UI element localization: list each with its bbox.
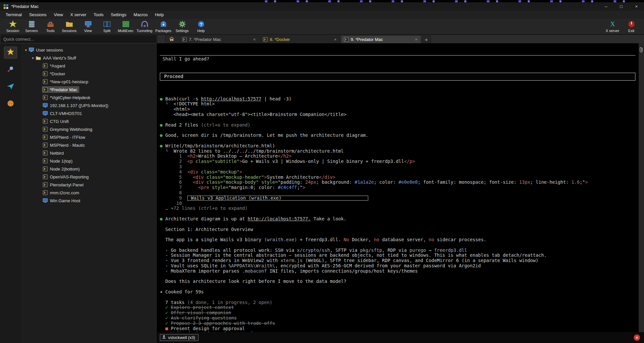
tree-item[interactable]: Node 2(bottom) [21, 165, 157, 173]
tree-item-label: *Predator Mac [50, 87, 77, 92]
terminal-line: 3 [160, 164, 635, 170]
quick-connect-input[interactable] [0, 35, 157, 43]
tab-7-predator-mac[interactable]: 7. *Predator Mac × [179, 35, 259, 43]
toolbar-split-button[interactable]: Split [97, 19, 116, 33]
tree-item[interactable]: Pterodactyl Panel [21, 181, 157, 189]
toolbar-label: Servers [25, 29, 38, 33]
tab-close-icon[interactable]: × [414, 37, 418, 42]
tree-item[interactable]: rmm.t2cnc.com [21, 189, 157, 197]
url-link[interactable]: http://localhost:57577 [201, 96, 262, 101]
minimize-button[interactable]: – [598, 2, 614, 11]
toolbar-sessions-button[interactable]: Sessions [60, 19, 79, 33]
tree-item[interactable]: MSPNerd - Mautic [21, 141, 157, 149]
tree-item[interactable]: Win Game Host [21, 197, 157, 205]
terminal-icon [43, 87, 48, 92]
tree-item[interactable]: OpenVAS-Reporting [21, 173, 157, 181]
tree-item[interactable]: *Predator Mac [21, 86, 157, 94]
maximize-button[interactable]: □ [614, 2, 629, 11]
app-logo-icon [3, 4, 9, 9]
menu-view[interactable]: View [50, 11, 67, 18]
terminal[interactable]: Shall I go ahead? Proceed ● Bash(curl -s… [157, 43, 639, 332]
split-icon [103, 20, 111, 28]
terminal-output: ● Bash(curl -s http://localhost:57577 | … [160, 91, 635, 332]
tree-item[interactable]: *Docker [21, 70, 157, 78]
terminal-line: 5 <div class="mockup-header">System Arch… [160, 175, 635, 180]
menu-terminal[interactable]: Terminal [2, 11, 25, 18]
tree-item[interactable]: *VigilCyber-Helpdesk [21, 94, 157, 101]
terminal-line [160, 295, 635, 300]
tree-item[interactable]: CLT-VMHOST01 [21, 109, 157, 117]
toolbar-session-button[interactable]: Session [3, 19, 22, 33]
toolbar-servers-button[interactable]: Servers [22, 19, 41, 33]
toolbar-label: Help [197, 29, 205, 33]
rdp-icon [43, 198, 48, 203]
tree-item[interactable]: *Asgard [21, 62, 157, 70]
toolbar: Session Servers Tools Sessions View Spli… [0, 19, 644, 35]
toolbar-tools-button[interactable]: Tools [41, 19, 60, 33]
toolbar-settings-button[interactable]: Settings [173, 19, 192, 33]
close-session-button[interactable]: × [634, 334, 640, 341]
terminal-line: 7 tasks (4 done, 1 in progress, 2 open) [160, 300, 635, 305]
tree-item[interactable]: ▾AAA Vantz's Stuff [21, 54, 157, 62]
tree-item-label: *New-cp01-heistacp [50, 79, 88, 84]
terminal-line: 1 <h2>Wraith Desktop — Architecture</h2> [160, 154, 635, 159]
tree-item-label: CTG Unifi [50, 119, 69, 124]
terminal-line: ✓ Offer visual companion [160, 310, 635, 316]
menu-macros[interactable]: Macros [130, 11, 152, 18]
toolbar-label: Split [103, 29, 110, 33]
tree-item-label: Netbird [50, 151, 64, 156]
tab-close-icon[interactable]: × [252, 37, 256, 42]
new-tab-button[interactable]: + [422, 35, 431, 43]
servers-icon [27, 20, 36, 28]
paperclip-icon[interactable] [639, 47, 643, 55]
toolbar-xserver-button[interactable]: X X server [603, 19, 622, 33]
tree-item[interactable]: ▾User sessions [21, 46, 157, 54]
terminal-line: - Go backend handles all protocol work: … [160, 248, 635, 253]
rail-profile-tab[interactable] [4, 98, 17, 110]
terminal-icon [43, 150, 48, 156]
background-window-sliver [0, 0, 644, 2]
toolbar-label: Packages [155, 29, 171, 33]
toolbar-tunneling-button[interactable]: Tunneling [135, 19, 154, 33]
toolbar-exit-button[interactable]: Exit [622, 19, 641, 33]
expand-arrow-icon[interactable]: ▾ [31, 56, 35, 60]
rail-sessions-tab[interactable] [4, 47, 17, 58]
right-rail[interactable] [639, 43, 644, 332]
menu-settings[interactable]: Settings [107, 11, 130, 18]
expand-arrow-icon[interactable]: ▾ [24, 48, 28, 52]
rail-macros-tab[interactable] [4, 81, 17, 93]
terminal-line: └ <!DOCTYPE html> [160, 101, 635, 107]
menu-xserver[interactable]: X server [67, 11, 90, 18]
home-tab[interactable] [165, 35, 178, 43]
tree-item[interactable]: Netbird [21, 149, 157, 157]
tab-close-icon[interactable]: × [333, 37, 337, 42]
toolbar-help-button[interactable]: ? Help [192, 19, 210, 33]
session-user-button[interactable]: vstockwell (x3) [160, 334, 198, 341]
proceed-button[interactable]: Proceed [160, 73, 635, 81]
terminal-line [160, 232, 635, 237]
packages-icon [159, 20, 168, 28]
terminal-line: ∗ Cooked for 59s [160, 289, 635, 295]
toolbar-packages-button[interactable]: Packages [154, 19, 173, 33]
tree-item[interactable]: CTG Unifi [21, 117, 157, 125]
terminal-icon [43, 119, 48, 124]
tree-item[interactable]: Node 1(top) [21, 157, 157, 165]
tree-item[interactable]: 192.168.1.107 ([UPS-Monitor]) [21, 101, 157, 109]
tab-bar: 7. *Predator Mac × 8. *Docker × 9. *Pred… [157, 35, 644, 43]
toolbar-view-button[interactable]: View [79, 19, 97, 33]
tree-item[interactable]: MSPNerd - ITFlow [21, 133, 157, 141]
rail-tools-tab[interactable] [4, 64, 17, 76]
toolbar-multiexec-button[interactable]: MultiExec [116, 19, 135, 33]
terminal-line [160, 222, 635, 227]
tab-9-predator-mac[interactable]: 9. *Predator Mac × [341, 35, 421, 43]
menu-bar: Terminal Sessions View X server Tools Se… [0, 11, 644, 19]
url-link[interactable]: http://localhost:57577. [248, 216, 311, 221]
menu-tools[interactable]: Tools [90, 11, 107, 18]
close-button[interactable]: × [629, 2, 644, 11]
tab-8-docker[interactable]: 8. *Docker × [260, 35, 340, 43]
tree-item[interactable]: *New-cp01-heistacp [21, 78, 157, 86]
menu-sessions[interactable]: Sessions [25, 11, 50, 18]
tree-item[interactable]: Greyming Webhosting [21, 125, 157, 133]
menu-help[interactable]: Help [151, 11, 167, 18]
terminal-line [160, 211, 635, 216]
